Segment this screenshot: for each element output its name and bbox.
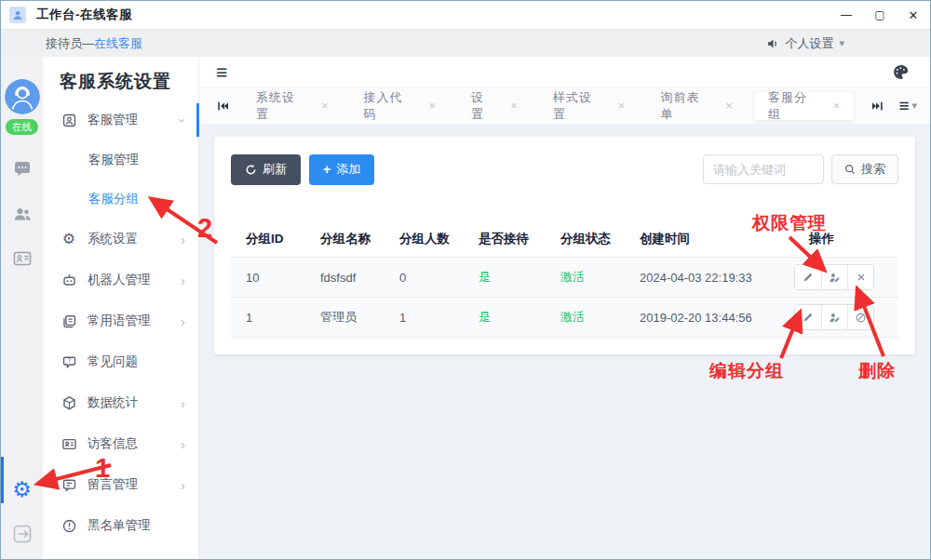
cell-status: 激活 [546, 309, 625, 326]
sidebar-item-label: 黑名单管理 [88, 517, 151, 534]
sidebar-item-common-phrases[interactable]: 常用语管理 › [43, 300, 198, 341]
settings-sidebar: 客服系统设置 客服管理 › 客服管理 客服分组 ⚙ 系统设置 › [43, 57, 199, 559]
sidebar-item-faq[interactable]: ? 常见问题 [43, 341, 198, 382]
search-button[interactable]: 搜索 [831, 154, 898, 184]
table-row: 1 管理员 1 是 激活 2019-02-20 13:44:56 [231, 298, 898, 338]
sidebar-item-blacklist[interactable]: 黑名单管理 [43, 505, 198, 546]
tab-close-icon[interactable]: × [428, 99, 436, 113]
close-x-icon [856, 272, 867, 283]
add-button[interactable]: + 添加 [309, 154, 374, 185]
chevron-right-icon: › [181, 273, 185, 287]
sidebar-item-label: 常用语管理 [88, 313, 151, 329]
caret-down-icon: ▾ [911, 100, 917, 112]
sidebar-item-label: 常见问题 [88, 353, 138, 370]
tab-settings[interactable]: 设置 × [457, 92, 532, 120]
table-row: 10 fdsfsdf 0 是 激活 2024-04-03 22:19:33 [231, 258, 898, 298]
logout-icon[interactable] [12, 524, 33, 544]
tab-pre-chat-form[interactable]: 询前表单 × [646, 92, 747, 120]
online-status-badge[interactable]: 在线 [6, 119, 38, 135]
tab-list: 系统设置 × 接入代码 × 设置 × 样式设置 × [238, 87, 861, 124]
minimize-icon[interactable]: — [830, 1, 863, 29]
sidebar-title: 客服系统设置 [43, 64, 198, 100]
personal-settings-menu[interactable]: 个人设置 ▾ [767, 35, 844, 52]
delete-group-button[interactable] [847, 265, 873, 289]
app-logo-icon [9, 7, 26, 23]
cell-accepting: 是 [464, 269, 546, 286]
tab-menu-icon: ≡ [898, 97, 909, 114]
sidebar-item-data-stats[interactable]: 数据统计 › [43, 382, 198, 423]
visitors-icon[interactable] [12, 204, 33, 224]
card-toolbar: 刷新 + 添加 搜索 [231, 153, 898, 185]
cell-created: 2019-02-20 13:44:56 [625, 311, 785, 325]
sidebar-item-robot-manage[interactable]: 机器人管理 › [43, 260, 198, 300]
left-rail: 在线 ⚙ [1, 57, 43, 559]
theme-palette-icon[interactable] [892, 63, 910, 81]
tab-close-icon[interactable]: × [618, 99, 626, 113]
col-group-name: 分组名称 [305, 231, 385, 247]
tabs-scroll-start-icon[interactable] [207, 93, 238, 119]
id-card-icon [61, 435, 77, 452]
close-icon[interactable]: ✕ [897, 1, 930, 29]
sidebar-item-kefu-manage[interactable]: 客服管理 › [43, 100, 198, 140]
tab-close-icon[interactable]: × [510, 99, 518, 113]
submenu-item-label: 客服分组 [88, 191, 139, 207]
cell-created: 2024-04-03 22:19:33 [625, 271, 785, 285]
rail-active-indicator [1, 457, 4, 503]
search-icon [844, 164, 856, 175]
row-actions [794, 304, 874, 330]
tab-close-icon[interactable]: × [725, 99, 733, 113]
groups-table: 分组ID 分组名称 分组人数 是否接待 分组状态 创建时间 操作 10 fdsf… [231, 220, 898, 338]
contact-card-icon[interactable] [12, 248, 33, 269]
tab-close-icon[interactable]: × [321, 99, 329, 113]
chevron-right-icon: › [181, 396, 185, 410]
collapse-sidebar-icon[interactable]: ≡ [216, 62, 227, 82]
sidebar-item-messages[interactable]: 留言管理 › [43, 464, 198, 505]
content-area: 刷新 + 添加 搜索 [199, 124, 930, 559]
col-actions: 操作 [785, 231, 898, 247]
cell-accepting: 是 [464, 309, 546, 326]
svg-text:?: ? [67, 357, 71, 364]
faq-bubble-icon: ? [61, 353, 77, 370]
chat-icon[interactable] [12, 159, 33, 180]
tab-access-code[interactable]: 接入代码 × [350, 92, 451, 120]
submenu-item-kefu-groups[interactable]: 客服分组 [43, 180, 198, 219]
sidebar-item-visitor-info[interactable]: 访客信息 › [43, 423, 198, 464]
phrases-icon [61, 313, 77, 329]
cell-member-count: 1 [385, 311, 464, 325]
tab-close-icon[interactable]: × [833, 99, 841, 113]
breadcrumb-prefix: 接待员— [46, 36, 94, 50]
caret-down-icon: ▾ [839, 37, 844, 49]
submenu-item-kefu-manage[interactable]: 客服管理 [43, 140, 198, 180]
tab-style-settings[interactable]: 样式设置 × [539, 92, 640, 120]
cell-group-name: 管理员 [305, 309, 385, 326]
main-top-strip: ≡ [199, 57, 930, 87]
search-input[interactable] [703, 154, 824, 184]
app-window: 工作台-在线客服 — ▢ ✕ 接待员—在线客服 个人设置 ▾ [0, 0, 931, 560]
agent-avatar[interactable] [5, 79, 40, 114]
settings-gear-icon[interactable]: ⚙ [10, 477, 34, 501]
robot-icon [61, 272, 77, 288]
search-box: 搜索 [703, 154, 898, 184]
tab-system-settings[interactable]: 系统设置 × [242, 92, 343, 120]
chevron-right-icon: › [181, 314, 185, 328]
edit-group-button[interactable] [795, 305, 821, 329]
sidebar-item-system-settings[interactable]: ⚙ 系统设置 › [43, 219, 198, 260]
tabs-scroll-end-icon[interactable] [861, 93, 893, 119]
agent-card-icon [61, 112, 77, 128]
window-controls: — ▢ ✕ [830, 1, 930, 29]
tab-kefu-groups[interactable]: 客服分组 × [754, 92, 855, 120]
permission-manage-button[interactable] [821, 265, 847, 289]
refresh-button[interactable]: 刷新 [231, 154, 301, 185]
refresh-icon [245, 164, 257, 176]
tab-options-menu[interactable]: ≡ ▾ [893, 97, 923, 114]
personal-settings-label: 个人设置 [785, 35, 833, 52]
permission-manage-button[interactable] [821, 305, 847, 329]
groups-card: 刷新 + 添加 搜索 [214, 137, 915, 354]
delete-disabled-button[interactable] [847, 305, 873, 329]
breadcrumb-current[interactable]: 在线客服 [94, 36, 142, 50]
row-actions [794, 264, 874, 290]
user-edit-icon [829, 272, 841, 284]
edit-group-button[interactable] [795, 265, 821, 289]
maximize-icon[interactable]: ▢ [863, 1, 897, 29]
sidebar-item-label: 留言管理 [88, 476, 138, 493]
